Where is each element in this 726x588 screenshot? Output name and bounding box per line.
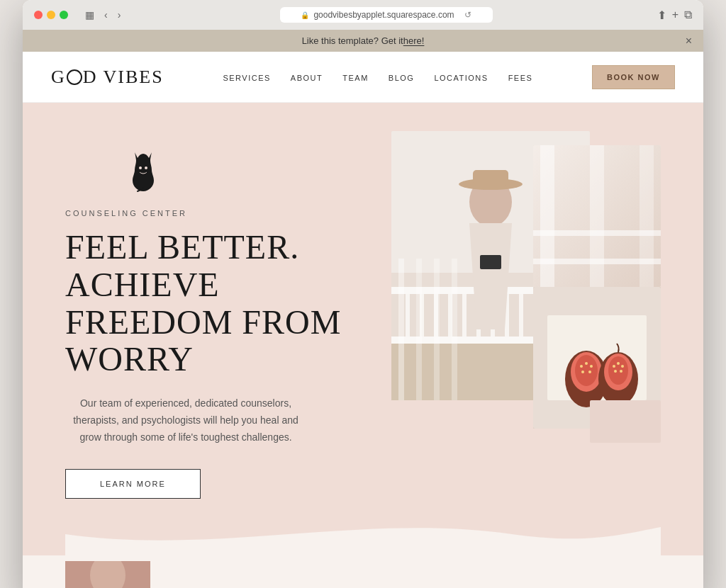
hero-title: FEEL BETTER. ACHIEVE FREEDOM FROM WORRY: [65, 229, 363, 378]
url-text: goodvibesbyapplet.squarespace.com: [313, 10, 454, 20]
nav-link-services[interactable]: SERVICES: [223, 74, 270, 82]
new-tab-button[interactable]: +: [672, 9, 678, 21]
svg-rect-22: [473, 170, 508, 186]
cat-icon: [122, 145, 164, 195]
lock-icon: 🔒: [301, 11, 309, 19]
svg-point-39: [581, 371, 584, 373]
hero-subtitle: COUNSELING CENTER: [65, 209, 363, 217]
hero-image-accent: [590, 400, 661, 443]
svg-point-46: [621, 365, 624, 368]
hero-wave: [65, 513, 661, 555]
browser-window: ▦ ‹ › 🔒 goodvibesbyapplet.squarespace.co…: [23, 0, 703, 588]
traffic-lights: [34, 11, 68, 19]
hero-title-line1: FEEL BETTER. ACHIEVE: [65, 228, 299, 303]
svg-point-0: [139, 166, 142, 169]
hero-section: COUNSELING CENTER FEEL BETTER. ACHIEVE F…: [23, 103, 703, 555]
nav-item-fees[interactable]: FEES: [508, 71, 533, 84]
svg-point-38: [590, 365, 593, 368]
announcement-text: Like this template? Get it: [302, 35, 403, 46]
svg-rect-26: [540, 145, 554, 287]
svg-point-40: [588, 371, 591, 373]
back-button[interactable]: ‹: [101, 8, 111, 22]
share-button[interactable]: ⬆: [657, 9, 666, 22]
hero-content: COUNSELING CENTER FEEL BETTER. ACHIEVE F…: [65, 131, 661, 499]
hero-description: Our team of experienced, dedicated couns…: [65, 395, 306, 446]
learn-more-button[interactable]: LEARN MORE: [65, 469, 201, 499]
svg-point-35: [575, 355, 598, 386]
forward-button[interactable]: ›: [115, 8, 124, 22]
hero-images: [391, 131, 661, 443]
svg-rect-30: [533, 259, 661, 264]
nav-link-about[interactable]: ABOUT: [291, 74, 323, 82]
book-now-button[interactable]: BOOK NOW: [592, 65, 675, 89]
nav-link-blog[interactable]: BLOG: [389, 74, 415, 82]
minimize-traffic-light[interactable]: [47, 11, 55, 19]
navigation: GD VIBES SERVICES ABOUT TEAM BLOG LOCATI…: [23, 52, 703, 103]
nav-link-fees[interactable]: FEES: [508, 74, 533, 82]
svg-point-37: [585, 362, 588, 365]
sidebar-toggle-button[interactable]: ▦: [82, 8, 97, 22]
nav-item-locations[interactable]: LOCATIONS: [434, 71, 488, 84]
svg-point-43: [608, 356, 628, 385]
hero-image-secondary: [533, 145, 661, 287]
svg-rect-15: [519, 294, 523, 337]
hero-title-line2: FREEDOM FROM WORRY: [65, 303, 341, 378]
logo-o1: [67, 69, 82, 85]
browser-controls: ▦ ‹ ›: [82, 8, 123, 22]
announcement-close-button[interactable]: ×: [686, 35, 692, 47]
address-bar-container: 🔒 goodvibesbyapplet.squarespace.com ↺: [132, 7, 640, 23]
svg-point-50: [90, 561, 125, 588]
nav-item-blog[interactable]: BLOG: [389, 71, 415, 84]
close-traffic-light[interactable]: [34, 11, 43, 19]
svg-rect-27: [590, 145, 604, 287]
nav-item-about[interactable]: ABOUT: [291, 71, 323, 84]
svg-point-44: [613, 365, 615, 368]
website-content: Like this template? Get it here! × GD VI…: [23, 30, 703, 588]
wave-svg: [65, 513, 661, 555]
svg-point-1: [145, 166, 147, 169]
refresh-icon[interactable]: ↺: [464, 10, 471, 20]
svg-point-36: [580, 365, 583, 368]
bottom-peek-section: [23, 555, 703, 588]
svg-rect-23: [480, 255, 501, 269]
svg-point-47: [614, 370, 617, 373]
browser-actions: ⬆ + ⧉: [657, 9, 692, 22]
site-logo[interactable]: GD VIBES: [51, 67, 164, 88]
window-button[interactable]: ⧉: [684, 9, 692, 21]
svg-point-48: [620, 370, 622, 373]
svg-rect-28: [640, 145, 654, 287]
maximize-traffic-light[interactable]: [60, 11, 68, 19]
peek-image: [65, 561, 150, 588]
logo-text-1: D VIBES: [83, 67, 164, 87]
nav-links: SERVICES ABOUT TEAM BLOG LOCATIONS FEES: [223, 71, 532, 84]
hero-left-content: COUNSELING CENTER FEEL BETTER. ACHIEVE F…: [65, 131, 363, 499]
browser-chrome: ▦ ‹ › 🔒 goodvibesbyapplet.squarespace.co…: [23, 0, 703, 30]
svg-rect-7: [406, 294, 410, 337]
nav-link-locations[interactable]: LOCATIONS: [434, 74, 488, 82]
announcement-link[interactable]: here!: [403, 35, 425, 46]
svg-rect-8: [420, 294, 424, 337]
nav-link-team[interactable]: TEAM: [342, 74, 369, 82]
browser-top-bar: ▦ ‹ › 🔒 goodvibesbyapplet.squarespace.co…: [34, 7, 692, 23]
svg-rect-29: [533, 230, 661, 236]
svg-point-45: [617, 362, 620, 365]
announcement-bar: Like this template? Get it here! ×: [23, 30, 703, 52]
svg-rect-9: [434, 294, 438, 337]
nav-item-team[interactable]: TEAM: [342, 71, 369, 84]
address-bar[interactable]: 🔒 goodvibesbyapplet.squarespace.com ↺: [280, 7, 493, 23]
svg-rect-11: [462, 294, 467, 337]
nav-item-services[interactable]: SERVICES: [223, 71, 270, 84]
svg-rect-10: [448, 294, 452, 337]
